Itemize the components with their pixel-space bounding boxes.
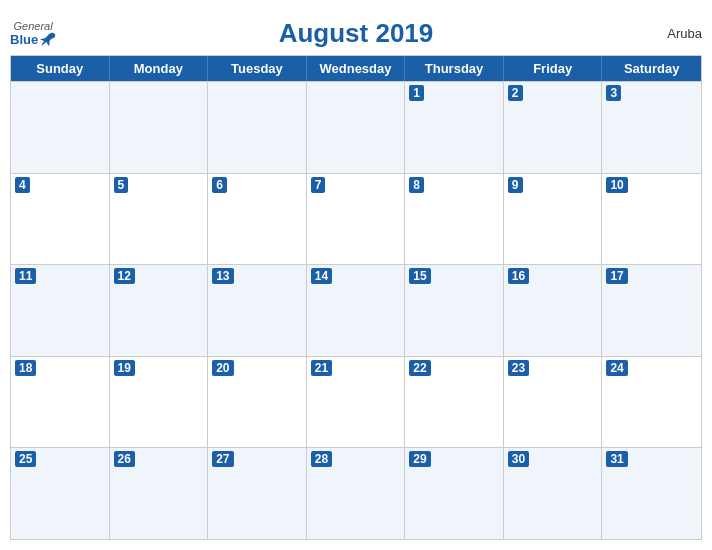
day-cell: 9	[504, 174, 603, 265]
day-cell: 4	[11, 174, 110, 265]
day-number: 8	[409, 177, 424, 193]
day-header-friday: Friday	[504, 56, 603, 81]
day-number: 30	[508, 451, 529, 467]
day-number: 15	[409, 268, 430, 284]
day-cell: 7	[307, 174, 406, 265]
day-cell: 8	[405, 174, 504, 265]
logo-general-text: General	[14, 21, 53, 32]
day-number: 4	[15, 177, 30, 193]
day-cell: 20	[208, 357, 307, 448]
page-title: August 2019	[279, 18, 434, 49]
region-label: Aruba	[667, 26, 702, 41]
day-cell: 18	[11, 357, 110, 448]
day-cell: 17	[602, 265, 701, 356]
day-number: 28	[311, 451, 332, 467]
day-cell: 3	[602, 82, 701, 173]
day-cell: 16	[504, 265, 603, 356]
day-number: 27	[212, 451, 233, 467]
day-number: 25	[15, 451, 36, 467]
day-cell: 25	[11, 448, 110, 539]
day-number: 5	[114, 177, 129, 193]
day-header-tuesday: Tuesday	[208, 56, 307, 81]
day-cell: 27	[208, 448, 307, 539]
day-number: 13	[212, 268, 233, 284]
day-cell: 12	[110, 265, 209, 356]
day-number: 22	[409, 360, 430, 376]
logo-bird-icon	[40, 32, 56, 46]
day-header-thursday: Thursday	[405, 56, 504, 81]
day-cell: 23	[504, 357, 603, 448]
day-number: 12	[114, 268, 135, 284]
calendar: SundayMondayTuesdayWednesdayThursdayFrid…	[10, 55, 702, 540]
day-number: 29	[409, 451, 430, 467]
day-cell: 30	[504, 448, 603, 539]
day-number: 2	[508, 85, 523, 101]
day-cell	[110, 82, 209, 173]
logo-blue-text: Blue	[10, 32, 56, 46]
logo: General Blue	[10, 21, 56, 46]
day-header-saturday: Saturday	[602, 56, 701, 81]
day-cell: 29	[405, 448, 504, 539]
day-number: 11	[15, 268, 36, 284]
calendar-body: 1234567891011121314151617181920212223242…	[11, 81, 701, 539]
day-number: 26	[114, 451, 135, 467]
day-number: 18	[15, 360, 36, 376]
week-row: 123	[11, 81, 701, 173]
day-number: 7	[311, 177, 326, 193]
day-cell: 19	[110, 357, 209, 448]
day-cell: 24	[602, 357, 701, 448]
day-cell	[307, 82, 406, 173]
week-row: 11121314151617	[11, 264, 701, 356]
week-row: 25262728293031	[11, 447, 701, 539]
day-header-monday: Monday	[110, 56, 209, 81]
day-cell: 10	[602, 174, 701, 265]
day-cell: 6	[208, 174, 307, 265]
day-number: 17	[606, 268, 627, 284]
day-cell	[11, 82, 110, 173]
day-cell: 13	[208, 265, 307, 356]
day-number: 20	[212, 360, 233, 376]
calendar-header: General Blue August 2019 Aruba	[10, 10, 702, 55]
day-cell: 26	[110, 448, 209, 539]
day-number: 10	[606, 177, 627, 193]
day-number: 14	[311, 268, 332, 284]
day-cell: 1	[405, 82, 504, 173]
day-cell: 28	[307, 448, 406, 539]
day-header-sunday: Sunday	[11, 56, 110, 81]
day-number: 23	[508, 360, 529, 376]
day-headers: SundayMondayTuesdayWednesdayThursdayFrid…	[11, 56, 701, 81]
day-cell: 2	[504, 82, 603, 173]
week-row: 45678910	[11, 173, 701, 265]
day-number: 31	[606, 451, 627, 467]
day-number: 24	[606, 360, 627, 376]
day-cell	[208, 82, 307, 173]
day-cell: 14	[307, 265, 406, 356]
day-number: 19	[114, 360, 135, 376]
day-cell: 11	[11, 265, 110, 356]
day-cell: 22	[405, 357, 504, 448]
day-number: 3	[606, 85, 621, 101]
day-number: 9	[508, 177, 523, 193]
day-cell: 15	[405, 265, 504, 356]
day-number: 21	[311, 360, 332, 376]
day-cell: 31	[602, 448, 701, 539]
day-number: 6	[212, 177, 227, 193]
day-cell: 5	[110, 174, 209, 265]
day-number: 1	[409, 85, 424, 101]
day-cell: 21	[307, 357, 406, 448]
day-number: 16	[508, 268, 529, 284]
week-row: 18192021222324	[11, 356, 701, 448]
day-header-wednesday: Wednesday	[307, 56, 406, 81]
